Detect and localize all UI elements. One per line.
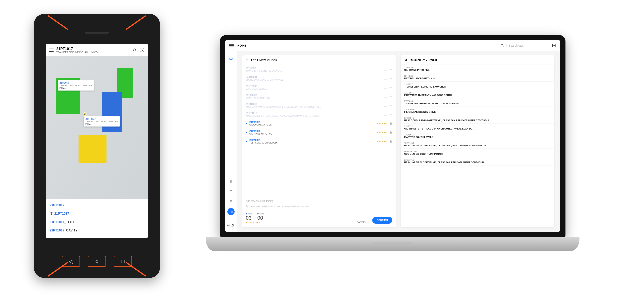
app-logo-icon: ⫻⫻ <box>226 222 236 228</box>
search-field[interactable]: | <box>501 44 549 47</box>
recent-id: 21GB1016 <box>404 159 551 161</box>
delete-icon[interactable]: 🗑 <box>390 122 392 125</box>
checklist-row[interactable]: 84XN0001 EMERGENCY GENERATOR PACKAGE ⋯ <box>242 74 396 83</box>
help-icon[interactable]: ? <box>229 188 233 194</box>
suggestion-id: 21PT1017 <box>50 229 64 232</box>
checklist-row[interactable]: 21GT1016 NPS6 DOUBLE EXP GATE VALVE , CL… <box>242 110 396 119</box>
svg-point-2 <box>142 50 142 50</box>
row-desc: NPS1 LONG PATTERN DBB VALVE FB M, CLASS … <box>246 106 382 108</box>
tag-pin[interactable]: 21PT1017 TRANSFER PIPELINE PIG LAUNCHER … <box>84 116 120 126</box>
add-fab-button[interactable]: +▯ <box>228 208 234 215</box>
suggestion-item[interactable]: 21PT1017 <box>50 201 144 210</box>
more-icon[interactable]: ⋯ <box>389 113 392 116</box>
suggestion-item[interactable]: (1) 21PT1017 <box>50 210 144 218</box>
scan-icon[interactable] <box>140 48 145 52</box>
search-input[interactable] <box>509 44 549 47</box>
more-icon[interactable]: ⋯ <box>389 58 392 62</box>
search-icon[interactable] <box>132 48 137 52</box>
row-desc: GATE VALVE WEDGE <box>246 88 382 90</box>
app-body: ▦ ? +▯ ⫻⫻ ▼ AREA M320 CHECK ⋯ <box>226 51 560 232</box>
duplicate-badge: DUPLICATE <box>376 122 387 124</box>
recent-item[interactable]: 73CB1009 FILTER, EMERGENCY DRIVE <box>401 107 554 115</box>
recent-desc: NPS6 DOUBLE EXP GATE VALVE , CLASS 600, … <box>404 119 551 122</box>
recent-item[interactable]: 73CX0016 MAST TIE SOUTH LEVEL 1 <box>401 132 554 140</box>
recent-desc: OIL TRANS MTRG PKG <box>404 69 551 71</box>
recent-item[interactable]: 21PT1005 OIL TRANS MTRG PKG <box>401 65 554 73</box>
row-desc: S/WTR TO UF TWIN FLW <box>246 96 382 99</box>
recent-item[interactable]: 62FT1063 RAW DSL STORAGE TNK IN <box>401 73 554 82</box>
checklist-body: 21TI1032 TRANSFER PIPELINE PIG LAUNCHER … <box>242 65 396 197</box>
recent-desc: FILTER, EMERGENCY DRIVE <box>404 111 551 113</box>
home-icon[interactable] <box>228 55 234 61</box>
more-icon[interactable]: ⋯ <box>389 95 392 98</box>
android-home-button[interactable]: ○ <box>88 256 106 267</box>
delete-icon[interactable]: 🗑 <box>390 131 392 134</box>
checkbox[interactable] <box>384 86 387 89</box>
suggestion-item[interactable]: 21PT1017_TEST <box>50 218 144 226</box>
pin-id: 21PT1017 <box>86 118 118 120</box>
text-count: 00 <box>257 215 264 221</box>
add-item-input[interactable]: Add new checklist item(s) <box>242 197 396 205</box>
recent-item[interactable]: 21GT1016 NPS6 DOUBLE EXP GATE VALVE , CL… <box>401 115 554 124</box>
checklist-row-new[interactable]: 20PA0001 TEST SEPARATOR OIL PUMP DUPLICA… <box>242 137 396 146</box>
pin-wip-badge: WIP <box>62 87 67 89</box>
recent-item[interactable]: 21GB1016 NPS4 LARGE GLOBE VALVE , CLASS … <box>401 157 554 166</box>
phone-3d-viewport[interactable]: 21PI1069 TRANSFER PIPELINE PIG LAUNCHER … <box>46 56 148 199</box>
duplicate-badge: DUPLICATE <box>376 131 387 133</box>
tags-counter: TAGS 03 <box>246 213 252 221</box>
recent-item[interactable]: 21PT1017 TRANSFER PIPELINE PIG LAUNCHER <box>401 82 554 90</box>
suggestion-item[interactable]: 21PT1017_CAVITY <box>50 226 144 235</box>
breadcrumb-home[interactable]: HOME <box>238 44 246 47</box>
dashboard-icon[interactable]: ▦ <box>228 178 234 184</box>
confirm-button[interactable]: CONFIRM <box>372 217 392 224</box>
recent-item[interactable]: 71SR0036 FIREWATER HYDRANT - M40 ROOF SO… <box>401 90 554 98</box>
row-desc: NPS6 DOUBLE EXP GATE VALVE , CLASS 600, … <box>246 114 382 117</box>
row-id: 21CB1019 <box>246 103 382 106</box>
fullscreen-icon[interactable] <box>552 44 556 47</box>
checklist-row[interactable]: 21TI1032 TRANSFER PIPELINE PIG LAUNCHER … <box>242 65 396 74</box>
android-recent-button[interactable]: □ <box>114 256 132 267</box>
more-icon[interactable]: ⋯ <box>389 77 392 80</box>
tag-pin[interactable]: 21PI1069 TRANSFER PIPELINE PIG LAUNCHER … <box>58 80 94 90</box>
recent-desc: RAW DSL STORAGE TNK IN <box>404 77 551 80</box>
checklist-row[interactable]: 21CB1019 NPS1 LONG PATTERN DBB VALVE FB … <box>242 101 396 110</box>
settings-icon[interactable] <box>228 198 234 204</box>
checklist-row[interactable]: 29FT3502 S/WTR TO UF TWIN FLW ⋯ <box>242 92 396 101</box>
recent-body: 21PT1005 OIL TRANS MTRG PKG 62FT1063 RAW… <box>401 65 554 227</box>
suggestion-suffix: _TEST <box>64 220 74 224</box>
bullet-icon <box>246 132 247 133</box>
more-icon[interactable]: ⋯ <box>389 86 392 89</box>
app-header: HOME | <box>226 40 560 51</box>
menu-icon[interactable] <box>230 44 234 47</box>
menu-icon[interactable] <box>49 48 54 52</box>
suggestion-id: 21PT1017 <box>50 220 64 224</box>
cluster-marker[interactable]: 4 <box>83 112 86 116</box>
checkbox[interactable] <box>384 113 387 116</box>
checkbox[interactable] <box>384 95 387 98</box>
recent-item[interactable]: 27VG0001 TRANSFER COMPRESSOR SUCTION SCR… <box>401 98 554 107</box>
checklist-row[interactable]: 21GT2300 GATE VALVE WEDGE ⋯ <box>242 83 396 92</box>
recent-item[interactable]: 50PE00018-M01 COOLING OIL CIRC. PUMP MOT… <box>401 149 554 157</box>
checkbox[interactable] <box>384 77 387 80</box>
recent-id: 71SR0036 <box>404 92 551 94</box>
android-back-button[interactable]: ◁ <box>62 256 80 267</box>
svg-line-1 <box>135 50 136 51</box>
pin-badges: WIP <box>86 123 118 125</box>
recent-desc: TRANSFER COMPRESSOR SUCTION SCRUBBER <box>404 102 551 105</box>
pin-badges: WIP <box>60 87 92 89</box>
checklist-row-new[interactable]: 21PT1021 OIL/GAS P/LN A TO EG DUPLICATE … <box>242 119 396 128</box>
recent-item[interactable]: 13GB1090 NPS4 LARGE GLOBE VALVE , CLASS … <box>401 140 554 149</box>
recent-item[interactable]: 21PT3113 OIL TRANSFER STREAM 1 PROVER OU… <box>401 124 554 132</box>
more-icon[interactable]: ⋯ <box>389 68 392 71</box>
more-icon[interactable]: ⋯ <box>389 104 392 107</box>
checkbox[interactable] <box>384 104 387 107</box>
row-id: 84XN0001 <box>246 76 382 78</box>
cancel-button[interactable]: CANCEL <box>356 221 366 224</box>
checklist-row-new[interactable]: 21PT1005 OIL TRANS MTRG PKG DUPLICATE 🗑 <box>242 128 396 137</box>
recent-id: 50PE00018-M01 <box>404 150 551 153</box>
delete-icon[interactable]: 🗑 <box>390 140 392 143</box>
phone-title-block: 21PT1017 TRANSFER PIPELINE PIG LAU… (M32… <box>56 47 130 53</box>
recent-id: 73CB1009 <box>404 108 551 111</box>
collapse-icon[interactable]: ▼ <box>246 59 248 62</box>
checkbox[interactable] <box>384 68 387 71</box>
